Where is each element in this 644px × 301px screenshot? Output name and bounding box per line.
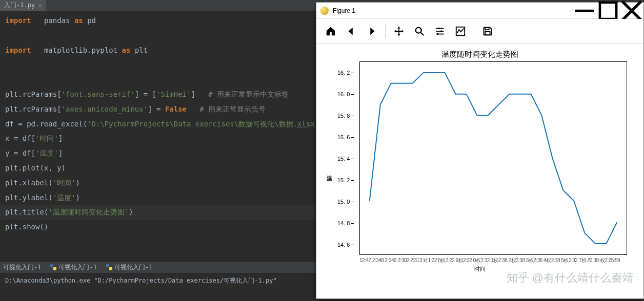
svg-point-9 bbox=[437, 27, 439, 29]
separator bbox=[385, 24, 386, 38]
home-icon[interactable] bbox=[320, 21, 341, 41]
tab-label: 入门-1.py bbox=[4, 1, 35, 10]
x-axis-label: 时间 bbox=[323, 265, 637, 273]
zoom-icon[interactable] bbox=[409, 21, 430, 41]
line-series bbox=[370, 73, 617, 244]
run-tab[interactable]: 可视化入门-1 bbox=[106, 263, 152, 272]
python-icon bbox=[106, 264, 112, 270]
forward-icon[interactable] bbox=[361, 21, 382, 41]
editor-tab[interactable]: 入门-1.py × bbox=[0, 0, 46, 11]
close-button[interactable] bbox=[620, 3, 643, 19]
titlebar[interactable]: Figure 1 bbox=[316, 3, 643, 19]
svg-point-11 bbox=[437, 33, 439, 35]
axes: 14. 614. 815. 015. 215. 415. 615. 816. 0… bbox=[359, 61, 627, 255]
svg-rect-13 bbox=[485, 27, 489, 30]
python-icon bbox=[50, 264, 56, 270]
close-icon[interactable]: × bbox=[38, 2, 42, 9]
window-title: Figure 1 bbox=[333, 7, 573, 14]
svg-line-5 bbox=[421, 32, 424, 35]
svg-point-4 bbox=[416, 27, 421, 33]
separator bbox=[474, 24, 474, 38]
app-icon bbox=[320, 7, 329, 15]
run-tab[interactable]: 可视化入门-1 bbox=[3, 263, 41, 272]
maximize-button[interactable] bbox=[596, 3, 620, 19]
run-tab[interactable]: 可视化入门-1 bbox=[50, 263, 96, 272]
configure-icon[interactable] bbox=[430, 21, 450, 41]
x-ticks: 12:47 2:348 2:349 2:302 2:313 对1:22 8权2:… bbox=[359, 257, 627, 264]
figure-toolbar bbox=[316, 19, 643, 44]
back-icon[interactable] bbox=[341, 21, 361, 41]
svg-rect-14 bbox=[485, 31, 490, 34]
minimize-button[interactable] bbox=[573, 3, 596, 19]
chart-title: 温度随时间变化走势图 bbox=[323, 50, 637, 59]
pan-icon[interactable] bbox=[389, 21, 409, 41]
plot-area: 温度随时间变化走势图 温度 14. 614. 815. 015. 215. 41… bbox=[316, 44, 643, 298]
figure-window: Figure 1 温度随时间变化走势图 温度 14. 614. 815. 015… bbox=[316, 2, 644, 299]
svg-rect-1 bbox=[600, 2, 616, 18]
svg-point-10 bbox=[440, 30, 442, 32]
subplots-icon[interactable] bbox=[450, 21, 471, 41]
save-icon[interactable] bbox=[477, 21, 498, 41]
